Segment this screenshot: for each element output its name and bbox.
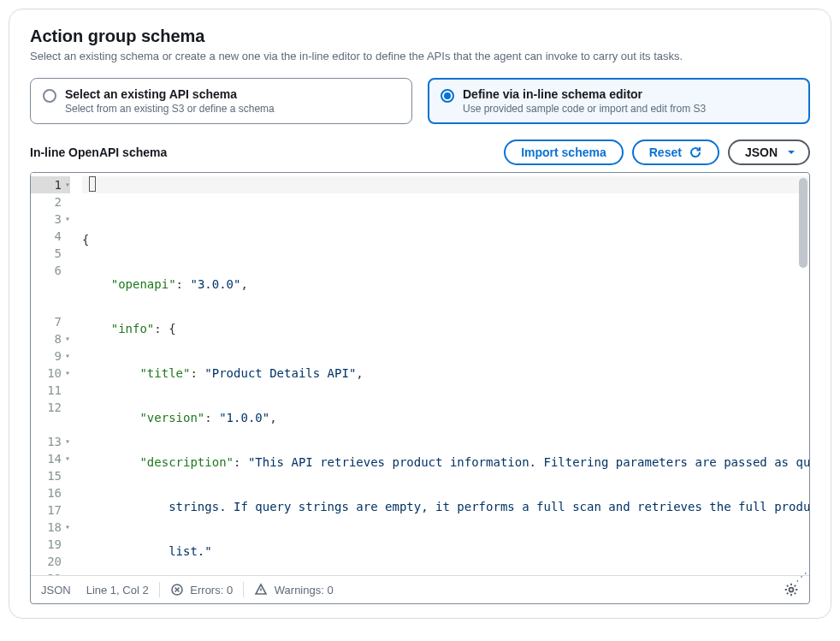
format-dropdown[interactable]: JSON <box>728 139 810 165</box>
option-existing-sub: Select from an existing S3 or define a s… <box>65 103 275 115</box>
svg-point-1 <box>790 588 794 592</box>
option-inline-editor[interactable]: Define via in-line schema editor Use pro… <box>428 78 810 124</box>
error-icon <box>170 583 184 596</box>
warning-icon <box>254 583 268 596</box>
text-cursor <box>89 176 96 192</box>
status-language: JSON <box>41 584 71 596</box>
reset-button[interactable]: Reset <box>632 139 719 165</box>
option-existing-label: Select an existing API schema <box>65 87 275 101</box>
panel-title: Action group schema <box>30 27 810 46</box>
code-editor[interactable]: 1 2 3 4 5 6 7 8 9 10 11 12 13 14 15 16 1… <box>30 172 810 604</box>
line-number-gutter: 1 2 3 4 5 6 7 8 9 10 11 12 13 14 15 16 1… <box>31 173 75 575</box>
format-label: JSON <box>745 145 778 159</box>
status-errors: Errors: 0 <box>170 583 233 596</box>
editor-section-title: In-line OpenAPI schema <box>30 145 167 159</box>
panel-subtitle: Select an existing schema or create a ne… <box>30 50 810 62</box>
caret-down-icon <box>784 145 798 159</box>
option-inline-label: Define via in-line schema editor <box>463 87 706 101</box>
radio-icon <box>43 89 56 103</box>
settings-icon[interactable] <box>784 582 799 597</box>
editor-header: In-line OpenAPI schema Import schema Res… <box>30 139 810 165</box>
import-schema-label: Import schema <box>521 145 606 159</box>
option-inline-sub: Use provided sample code or import and e… <box>463 103 706 115</box>
radio-icon <box>441 89 454 103</box>
editor-status-bar: JSON Line 1, Col 2 Errors: 0 Warnings: 0 <box>31 575 809 603</box>
option-existing-schema[interactable]: Select an existing API schema Select fro… <box>30 78 412 124</box>
status-warnings: Warnings: 0 <box>254 583 334 596</box>
scrollbar-thumb[interactable] <box>799 178 807 268</box>
code-content[interactable]: { "openapi": "3.0.0", "info": { "title":… <box>75 173 809 575</box>
import-schema-button[interactable]: Import schema <box>504 139 624 165</box>
action-group-schema-panel: Action group schema Select an existing s… <box>9 9 831 619</box>
status-cursor-position: Line 1, Col 2 <box>86 584 149 596</box>
schema-source-radio-group: Select an existing API schema Select fro… <box>30 78 810 124</box>
reset-label: Reset <box>649 145 682 159</box>
refresh-icon <box>689 145 702 159</box>
